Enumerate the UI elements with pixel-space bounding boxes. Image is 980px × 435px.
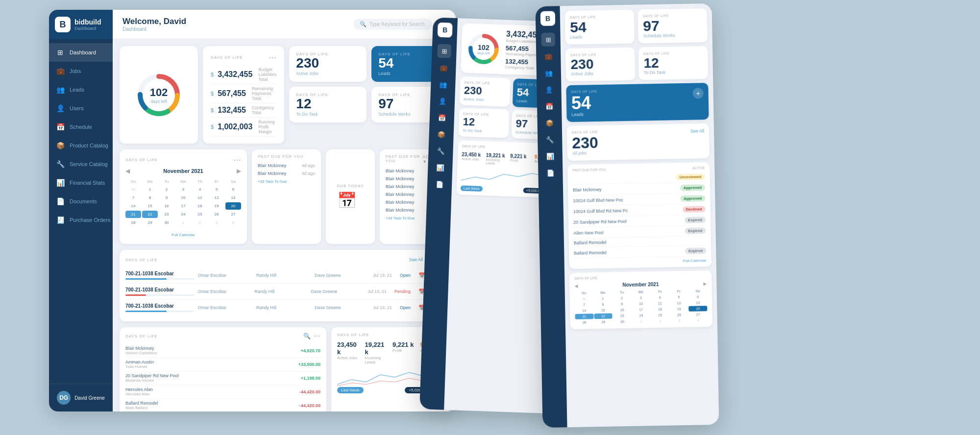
rcal-day[interactable]: 8 (594, 302, 612, 308)
cal-day[interactable]: 12 (209, 194, 224, 201)
cal-day[interactable]: 29 (142, 219, 158, 226)
right-leads-icon[interactable]: 👥 (542, 66, 556, 80)
cal-day[interactable]: 2 (192, 219, 208, 226)
rcal-day[interactable]: 12 (670, 300, 688, 306)
rcal-day[interactable]: 27 (689, 312, 708, 317)
sidebar-item-jobs[interactable]: 💼 Jobs (49, 62, 113, 80)
cal-next-button[interactable]: ▶ (237, 168, 241, 174)
rcal-day[interactable]: 15 (594, 308, 612, 314)
cal-prev-button[interactable]: ◀ (125, 168, 130, 174)
cal-day[interactable]: 2 (159, 186, 174, 193)
sidebar-item-dashboard[interactable]: ⊞ Dashboard (49, 43, 113, 62)
right-home-icon[interactable]: ⊞ (541, 33, 555, 47)
rcal-day[interactable]: 29 (594, 319, 612, 325)
sidebar-item-purchase-orders[interactable]: 🧾 Purchase Orders (49, 211, 113, 229)
cal-day[interactable]: 27 (225, 211, 241, 218)
cal-day[interactable]: 31 (125, 186, 141, 193)
rcal-day[interactable]: 4 (651, 295, 669, 301)
cal-day[interactable]: 23 (159, 211, 174, 218)
cal-day[interactable]: 16 (159, 202, 174, 210)
rcal-day[interactable]: 5 (669, 294, 688, 300)
sidebar-item-users[interactable]: 👤 Users (49, 99, 113, 118)
cal-day[interactable]: 4 (225, 219, 241, 226)
phone2-schedule-icon[interactable]: 📅 (435, 111, 449, 125)
rcal-day[interactable]: 1 (594, 296, 612, 302)
full-calendar-link-2[interactable]: Full Calendar (683, 258, 707, 263)
right-see-all[interactable]: See All (690, 128, 704, 133)
right-product-icon[interactable]: 📦 (542, 116, 556, 129)
cal-day[interactable]: 4 (192, 186, 208, 193)
sidebar-item-leads[interactable]: 👥 Leads (49, 80, 113, 99)
phone2-product-icon[interactable]: 📦 (434, 127, 448, 142)
rcal-day[interactable]: 3 (670, 318, 688, 324)
cal-day[interactable]: 5 (209, 186, 224, 193)
cal-day[interactable]: 7 (125, 194, 141, 201)
rcal-day-today[interactable]: 20 (689, 306, 708, 312)
phone2-financial-icon[interactable]: 📊 (433, 161, 447, 175)
cal-day[interactable]: 14 (125, 202, 141, 210)
sidebar-item-schedule[interactable]: 📅 Schedule (49, 118, 113, 136)
rcal-day[interactable]: 26 (670, 312, 688, 318)
rcal-day[interactable]: 11 (651, 301, 669, 307)
rcal-day[interactable]: 4 (689, 317, 708, 323)
rcal-day[interactable]: 18 (651, 307, 669, 313)
cal-day[interactable]: 3 (175, 186, 191, 193)
rcal-day[interactable]: 28 (575, 319, 594, 325)
phone2-service-icon[interactable]: 🔧 (434, 144, 448, 158)
financials-menu[interactable]: ⋯ (269, 53, 276, 62)
cal-day[interactable]: 17 (175, 202, 191, 210)
sidebar-item-financial-stats[interactable]: 📊 Financial Stats (49, 173, 113, 192)
phone2-docs-icon[interactable]: 📄 (433, 177, 447, 192)
search-box[interactable]: 🔍 Type Keyword for Search (354, 19, 432, 30)
sidebar-item-product-catalog[interactable]: 📦 Product Catalog (49, 136, 113, 155)
right-cal-prev[interactable]: ◀ (574, 283, 578, 288)
sidebar-item-service-catalog[interactable]: 🔧 Service Catalog (49, 155, 113, 173)
sidebar-item-documents[interactable]: 📄 Documents (49, 192, 113, 211)
rcal-day[interactable]: 19 (670, 306, 688, 312)
cal-day[interactable]: 8 (142, 194, 158, 201)
rcal-day[interactable]: 2 (651, 318, 670, 324)
rcal-day[interactable]: 25 (651, 313, 669, 318)
cal-day[interactable]: 6 (225, 186, 241, 193)
rcal-day[interactable]: 1 (632, 318, 651, 324)
rcal-day[interactable]: 2 (612, 295, 631, 301)
cal-day[interactable]: 1 (142, 186, 158, 193)
rcal-day-hl[interactable]: 22 (594, 314, 612, 319)
right-cal-next[interactable]: ▶ (703, 281, 707, 286)
rcal-day[interactable]: 30 (613, 319, 632, 325)
phone2-leads-icon[interactable]: 👥 (436, 77, 450, 92)
right-financial-icon[interactable]: 📊 (543, 149, 557, 163)
rcal-day[interactable]: 9 (612, 301, 631, 307)
right-service-icon[interactable]: 🔧 (543, 132, 557, 146)
cal-day[interactable]: 1 (175, 219, 191, 226)
cal-day[interactable]: 30 (159, 219, 174, 226)
bills-search-icon[interactable]: 🔍 (303, 333, 311, 339)
rcal-day[interactable]: 14 (575, 308, 593, 314)
jobs-see-all[interactable]: See All (409, 257, 423, 262)
bills-menu[interactable]: ⋯ (314, 332, 320, 340)
last-week-badge[interactable]: Last Week (337, 387, 364, 393)
rcal-day[interactable]: 31 (575, 296, 593, 302)
cal-day[interactable]: 26 (209, 211, 224, 218)
rcal-day[interactable]: 7 (575, 302, 593, 308)
right-docs-icon[interactable]: 📄 (543, 166, 557, 179)
rcal-day[interactable]: 16 (613, 307, 632, 313)
rcal-day[interactable]: 3 (632, 295, 650, 301)
cal-day[interactable]: 18 (192, 202, 208, 210)
phone2-jobs-icon[interactable]: 💼 (437, 61, 451, 75)
cal-day[interactable]: 13 (225, 194, 241, 201)
more-tasks-link[interactable]: +33 Task To Due (258, 179, 315, 184)
rcal-day[interactable]: 23 (613, 313, 632, 319)
cal-day-today[interactable]: 20 (225, 202, 241, 210)
cal-day[interactable]: 9 (159, 194, 174, 201)
cal-day-hl[interactable]: 22 (142, 211, 158, 218)
cal-day[interactable]: 11 (192, 194, 208, 201)
rcal-day[interactable]: 13 (688, 300, 707, 306)
full-calendar-link[interactable]: Full Calendar (172, 233, 195, 237)
cal-day[interactable]: 28 (125, 219, 141, 226)
cal-day[interactable]: 25 (192, 211, 208, 218)
calendar-menu[interactable]: ⋯ (233, 155, 241, 165)
cal-day[interactable]: 19 (209, 202, 224, 210)
phone2-home-icon[interactable]: ⊞ (437, 44, 451, 58)
rcal-day[interactable]: 6 (688, 294, 707, 300)
